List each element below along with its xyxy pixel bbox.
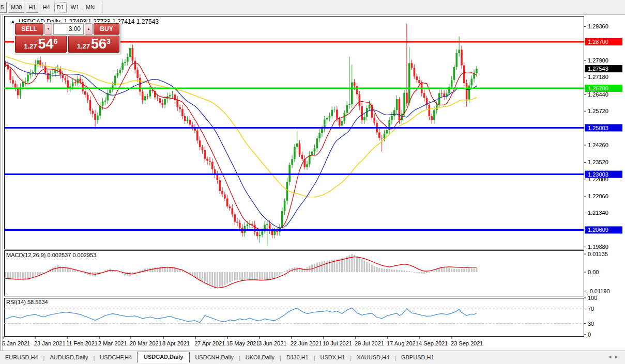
rsi-indicator-label: RSI(14) 58.5634 xyxy=(6,299,48,305)
svg-text:1.27180: 1.27180 xyxy=(588,74,608,80)
timeframe-button-mn[interactable]: MN xyxy=(83,2,97,13)
sell-price-display[interactable]: 1.27 54 6 xyxy=(15,36,67,53)
svg-text:1.22060: 1.22060 xyxy=(588,193,608,199)
buy-pips: 56 xyxy=(91,36,106,52)
svg-text:-0.01190: -0.01190 xyxy=(588,288,610,294)
svg-text:1.28700: 1.28700 xyxy=(588,39,608,45)
trading-terminal-window: 1.293601.279001.271801.264401.257201.242… xyxy=(0,0,625,364)
macd-indicator-label: MACD(12,26,9) 0.002537 0.002953 xyxy=(6,252,96,258)
timeframe-button-h4[interactable]: H4 xyxy=(40,2,52,13)
chart-tab-usdchf-h4[interactable]: USDCHF,H4 xyxy=(95,352,137,363)
svg-text:1.23003: 1.23003 xyxy=(588,171,608,178)
svg-text:2 Mar 2021: 2 Mar 2021 xyxy=(98,340,127,346)
svg-text:5 Jan 2021: 5 Jan 2021 xyxy=(2,340,30,346)
buy-button[interactable]: BUY xyxy=(94,23,119,35)
one-click-trading-panel: SELL ▼ 3.00 ▲ BUY 1.27 54 6 1.27 56 3 xyxy=(14,22,120,54)
svg-text:1.29360: 1.29360 xyxy=(588,23,608,29)
svg-text:10 Jul 2021: 10 Jul 2021 xyxy=(323,340,352,346)
svg-text:1.27543: 1.27543 xyxy=(588,66,608,72)
timeframe-button-m30[interactable]: M30 xyxy=(8,2,24,13)
timeframe-button-h1[interactable]: H1 xyxy=(26,2,38,13)
buy-price-display[interactable]: 1.27 56 3 xyxy=(68,36,120,53)
chevron-up-icon: ▲ xyxy=(87,27,90,30)
svg-text:1.19880: 1.19880 xyxy=(588,244,608,250)
svg-text:3 Jun 2021: 3 Jun 2021 xyxy=(258,340,286,346)
svg-text:17 Aug 2021: 17 Aug 2021 xyxy=(387,340,419,346)
svg-text:1.26700: 1.26700 xyxy=(588,85,608,91)
svg-text:27 Apr 2021: 27 Apr 2021 xyxy=(194,340,225,346)
svg-text:23 Jan 2021: 23 Jan 2021 xyxy=(34,340,66,346)
svg-text:1.26440: 1.26440 xyxy=(588,91,608,98)
buy-big-figure: 1.27 xyxy=(77,42,90,50)
sell-pip-fraction: 6 xyxy=(54,37,58,45)
chart-tab-gbpusd-h1[interactable]: GBPUSD,H1 xyxy=(396,352,439,363)
sell-big-figure: 1.27 xyxy=(24,42,37,50)
svg-text:100: 100 xyxy=(588,295,597,301)
volume-decrease-button[interactable]: ▼ xyxy=(44,23,52,35)
chevron-down-icon: ▼ xyxy=(47,27,50,30)
chart-tab-usdcnh-daily[interactable]: USDCNH,Daily xyxy=(190,352,239,363)
svg-text:8 Apr 2021: 8 Apr 2021 xyxy=(162,340,190,346)
chart-tab-dj30-h1[interactable]: DJ30,H1 xyxy=(281,352,314,363)
svg-text:4 Sep 2021: 4 Sep 2021 xyxy=(419,340,448,346)
buy-pip-fraction: 3 xyxy=(106,37,111,45)
toolbar-separator xyxy=(102,2,102,13)
svg-text:0.01135: 0.01135 xyxy=(588,251,608,257)
svg-text:1.23520: 1.23520 xyxy=(588,159,608,165)
chart-tab-ukoil-daily[interactable]: UKOil,Daily xyxy=(240,352,280,363)
svg-text:0: 0 xyxy=(588,331,591,338)
chart-tab-usdcad-daily[interactable]: USDCAD,Daily xyxy=(137,352,190,363)
svg-text:1.20609: 1.20609 xyxy=(588,227,608,233)
volume-input[interactable]: 3.00 xyxy=(53,23,84,35)
timeframe-button-15[interactable]: 15 xyxy=(0,2,7,13)
svg-text:1.25720: 1.25720 xyxy=(588,108,608,114)
svg-text:30: 30 xyxy=(588,321,594,327)
timeframe-button-d1[interactable]: D1 xyxy=(54,2,67,13)
svg-text:29 Jul 2021: 29 Jul 2021 xyxy=(355,340,384,346)
chart-tab-eurusd-h4[interactable]: EURUSD,H4 xyxy=(0,352,43,363)
svg-text:23 Sep 2021: 23 Sep 2021 xyxy=(451,340,483,346)
chart-tab-usdx-h1[interactable]: USDX,H1 xyxy=(315,352,350,363)
svg-text:1.27900: 1.27900 xyxy=(588,57,608,64)
chart-tab-xauusd-h4[interactable]: XAUUSD,H4 xyxy=(352,352,394,363)
svg-text:1.25003: 1.25003 xyxy=(588,125,608,131)
svg-text:1.24260: 1.24260 xyxy=(588,142,608,148)
svg-text:20 Mar 2021: 20 Mar 2021 xyxy=(130,340,162,346)
symbol-tab-bar: EURUSD,H4|AUDUSD,Daily|USDCHF,H4USDCAD,D… xyxy=(0,351,625,364)
svg-text:1.21340: 1.21340 xyxy=(588,210,608,216)
svg-text:11 Feb 2021: 11 Feb 2021 xyxy=(66,340,98,346)
chart-tab-audusd-daily[interactable]: AUDUSD,Daily xyxy=(44,352,93,363)
chart-canvas[interactable]: 1.293601.279001.271801.264401.257201.242… xyxy=(0,0,625,364)
svg-text:15 May 2021: 15 May 2021 xyxy=(226,340,260,346)
timeframe-toolbar: 15M30H1H4D1W1MN xyxy=(0,0,625,15)
sell-button[interactable]: SELL xyxy=(15,23,43,35)
svg-text:70: 70 xyxy=(588,306,594,312)
svg-text:22 Jun 2021: 22 Jun 2021 xyxy=(291,340,322,346)
sell-pips: 54 xyxy=(38,36,53,52)
timeframe-button-w1[interactable]: W1 xyxy=(68,2,82,13)
volume-increase-button[interactable]: ▲ xyxy=(85,23,93,35)
tab-scroll-arrows[interactable]: ◄► xyxy=(607,354,621,359)
svg-text:0.00: 0.00 xyxy=(588,269,599,275)
